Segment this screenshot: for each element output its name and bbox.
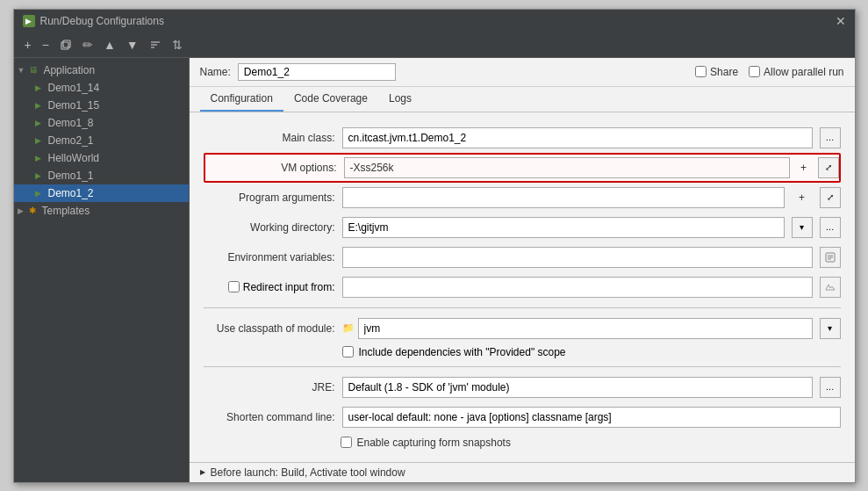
item-label: Demo1_1	[48, 170, 94, 182]
sidebar-item-templates[interactable]: ▶ ✱ Templates	[14, 202, 189, 220]
sidebar-item-Demo1_2[interactable]: ▶ Demo1_2	[14, 184, 189, 202]
sidebar-item-Demo1_1[interactable]: ▶ Demo1_1	[14, 167, 189, 184]
working-dir-wrapper	[342, 217, 785, 238]
run-debug-dialog: ▶ Run/Debug Configurations ✕ + − ✏ ▲ ▼ ⇅…	[13, 9, 856, 483]
program-args-expand-button[interactable]: ⤢	[820, 187, 841, 208]
title-bar-left: ▶ Run/Debug Configurations	[23, 15, 164, 27]
name-bar: Name: Share Allow parallel run	[190, 58, 855, 87]
run-icon-Demo2_1: ▶	[32, 134, 46, 148]
sidebar-item-application[interactable]: ▼ 🖥 Application	[14, 61, 189, 79]
env-vars-row: Environment variables:	[204, 242, 841, 272]
sort-button[interactable]	[146, 37, 165, 53]
include-deps-checkbox[interactable]	[342, 346, 354, 357]
run-icon-Demo1_14: ▶	[32, 81, 46, 95]
item-label: Demo1_8	[48, 117, 94, 129]
redirect-row: Redirect input from:	[204, 272, 841, 302]
application-label: Application	[43, 64, 95, 76]
classpath-row: Use classpath of module: 📁 jvm ▾	[204, 314, 841, 343]
move-up-button[interactable]: ▲	[100, 36, 119, 54]
program-args-input[interactable]	[342, 187, 785, 208]
include-deps-row: Include dependencies with "Provided" sco…	[204, 343, 841, 361]
vm-options-expand-button[interactable]: ⤢	[818, 157, 839, 178]
vm-options-add-button[interactable]: +	[793, 157, 814, 178]
jre-select[interactable]: Default (1.8 - SDK of 'jvm' module)	[342, 377, 813, 398]
classpath-label: Use classpath of module:	[204, 322, 335, 335]
classpath-select[interactable]: jvm	[358, 318, 813, 339]
working-dir-row: Working directory: ▾ …	[204, 213, 841, 242]
shorten-cmd-select[interactable]: user-local default: none - java [options…	[342, 407, 841, 428]
program-args-add-button[interactable]: +	[792, 187, 813, 208]
application-icon: 🖥	[26, 63, 40, 77]
toolbar: + − ✏ ▲ ▼ ⇅	[14, 32, 855, 58]
program-args-label: Program arguments:	[204, 191, 335, 204]
share-label: Share	[710, 66, 738, 78]
shorten-cmd-wrapper: user-local default: none - java [options…	[342, 407, 841, 428]
classpath-dropdown-button[interactable]: ▾	[820, 318, 841, 339]
name-label: Name:	[200, 66, 231, 78]
arrange-button[interactable]: ⇅	[169, 36, 186, 54]
redirect-checkbox[interactable]	[228, 281, 240, 292]
bottom-bar-label: Before launch: Build, Activate tool wind…	[211, 466, 405, 479]
title-bar: ▶ Run/Debug Configurations ✕	[14, 10, 855, 32]
separator2	[204, 366, 841, 367]
application-chevron: ▼	[18, 66, 25, 75]
main-panel: Name: Share Allow parallel run Configu	[190, 58, 855, 482]
working-dir-dropdown-button[interactable]: ▾	[792, 217, 813, 238]
sidebar-item-Demo1_14[interactable]: ▶ Demo1_14	[14, 79, 189, 97]
main-class-input[interactable]	[342, 127, 813, 148]
jre-browse-button[interactable]: …	[820, 377, 841, 398]
env-vars-input[interactable]	[342, 247, 813, 268]
tab-logs[interactable]: Logs	[378, 87, 422, 112]
tab-configuration[interactable]: Configuration	[200, 87, 283, 112]
tab-code-coverage[interactable]: Code Coverage	[283, 87, 378, 112]
item-label: Demo1_15	[48, 99, 100, 112]
bottom-bar: ▶ Before launch: Build, Activate tool wi…	[190, 462, 855, 482]
run-icon-Demo1_1: ▶	[32, 169, 46, 183]
item-label: Demo2_1	[48, 134, 94, 147]
header-actions: Share Allow parallel run	[695, 66, 843, 78]
vm-options-row: VM options: + ⤢	[204, 153, 841, 183]
working-dir-input[interactable]	[342, 217, 785, 238]
allow-parallel-row: Allow parallel run	[749, 66, 843, 78]
sidebar-item-Demo1_8[interactable]: ▶ Demo1_8	[14, 114, 189, 132]
svg-rect-0	[61, 42, 68, 49]
vm-options-input[interactable]	[344, 157, 790, 178]
sidebar-item-Demo2_1[interactable]: ▶ Demo2_1	[14, 132, 189, 149]
allow-parallel-checkbox[interactable]	[749, 66, 760, 77]
main-class-row: Main class: …	[204, 123, 841, 153]
dialog-icon: ▶	[23, 15, 35, 27]
templates-label: Templates	[42, 205, 90, 217]
working-dir-label: Working directory:	[204, 221, 335, 234]
edit-button[interactable]: ✏	[79, 36, 97, 54]
move-down-button[interactable]: ▼	[123, 36, 142, 54]
share-checkbox[interactable]	[695, 66, 707, 77]
include-deps-label: Include dependencies with "Provided" sco…	[359, 346, 566, 358]
enable-snapshots-checkbox[interactable]	[341, 437, 352, 448]
item-label: HelloWorld	[48, 152, 99, 164]
name-input[interactable]	[238, 63, 396, 81]
main-class-browse-button[interactable]: …	[820, 127, 841, 148]
redirect-input[interactable]	[342, 277, 813, 298]
redirect-label: Redirect input from:	[243, 281, 335, 293]
program-args-row: Program arguments: + ⤢	[204, 183, 841, 213]
add-button[interactable]: +	[21, 36, 35, 54]
copy-button[interactable]	[56, 37, 75, 53]
dialog-title: Run/Debug Configurations	[40, 15, 164, 27]
classpath-folder-icon: 📁	[342, 322, 355, 334]
close-button[interactable]: ✕	[836, 15, 846, 27]
share-checkbox-row: Share	[695, 66, 738, 78]
templates-icon: ✱	[25, 204, 39, 218]
jre-label: JRE:	[204, 381, 335, 394]
working-dir-browse-button[interactable]: …	[820, 217, 841, 238]
sidebar-item-Demo1_15[interactable]: ▶ Demo1_15	[14, 97, 189, 114]
env-vars-browse-button[interactable]	[820, 247, 841, 268]
remove-button[interactable]: −	[39, 36, 53, 54]
jre-wrapper: Default (1.8 - SDK of 'jvm' module)	[342, 377, 813, 398]
run-icon-Demo1_2: ▶	[32, 186, 46, 200]
tabs: Configuration Code Coverage Logs	[190, 87, 855, 112]
redirect-browse-button[interactable]	[820, 277, 841, 298]
run-icon-Demo1_8: ▶	[32, 116, 46, 130]
sidebar-item-HelloWorld[interactable]: ▶ HelloWorld	[14, 149, 189, 167]
config-area: Main class: … VM options: + ⤢ Program ar…	[190, 112, 855, 462]
allow-parallel-label: Allow parallel run	[764, 66, 843, 78]
